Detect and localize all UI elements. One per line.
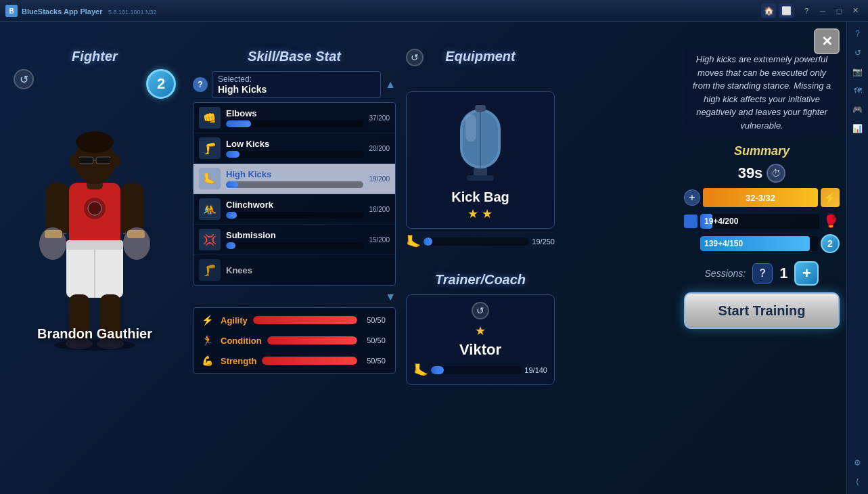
selected-header: ? Selected: High Kicks ▲ [193, 71, 396, 98]
svg-rect-33 [465, 114, 476, 141]
condition-value: 50/50 [363, 336, 390, 344]
sessions-help-button[interactable]: ? [752, 263, 773, 284]
elbows-info: Elbows [226, 108, 363, 127]
lowkicks-value: 20/200 [369, 145, 390, 152]
sidebar-tool-refresh[interactable]: ↺ [850, 45, 866, 61]
fighter-character [20, 98, 169, 355]
fighter-name: Brandon Gauthier [7, 326, 183, 342]
knees-name: Knees [226, 265, 390, 275]
agility-icon: ⚡ [199, 312, 215, 328]
trainer-progress-icon: 🦶 [413, 363, 428, 378]
skill-section: Skill/Base Stat ? Selected: High Kicks ▲… [193, 49, 396, 374]
trainer-refresh-button[interactable]: ↺ [472, 302, 489, 319]
svg-rect-6 [78, 157, 93, 164]
fighter-refresh-button[interactable]: ↺ [14, 69, 34, 89]
skill-help-button[interactable]: ? [193, 77, 208, 92]
sidebar-tool-screenshot[interactable]: 📷 [850, 64, 866, 80]
app-version: 5.8.101.1001 N32 [108, 9, 157, 16]
submission-icon: 💢 [199, 229, 221, 250]
sidebar-tool-collapse[interactable]: ⟨ [850, 474, 866, 490]
clinchwork-name: Clinchwork [226, 200, 363, 210]
equipment-section: Equipment ↺ [406, 49, 555, 249]
trainer-item[interactable]: ↺ ★ Viktor 🦶 19/140 [406, 294, 555, 385]
minimize-button[interactable]: ─ [815, 3, 830, 18]
energy-add-button[interactable]: + [684, 189, 700, 206]
trainer-bar-fill [431, 366, 444, 374]
skill-item-highkicks[interactable]: 🦶 High Kicks 19/200 [193, 164, 395, 194]
fighter-title: Fighter [7, 49, 183, 64]
submission-bar-container [226, 242, 363, 249]
equipment-item[interactable]: Kick Bag ★ ★ [406, 91, 555, 229]
fighter-section: Fighter ↺ 2 [7, 49, 183, 355]
elbows-bar [226, 120, 251, 127]
sessions-add-button[interactable]: + [794, 261, 819, 286]
lowkicks-name: Low Kicks [226, 139, 363, 149]
agility-bar-container [253, 316, 357, 324]
skill-scroll-up[interactable]: ▲ [385, 78, 396, 91]
svg-point-11 [110, 154, 120, 168]
skill-progress-bar: 19+4/200 [700, 214, 819, 229]
strength-bar [262, 357, 357, 365]
skill-item-submission[interactable]: 💢 Submission 15/200 [193, 225, 395, 255]
sessions-row: Sessions: ? 1 + [684, 261, 840, 286]
elbows-name: Elbows [226, 108, 363, 118]
maximize-button[interactable]: □ [831, 3, 846, 18]
sidebar-tool-stats[interactable]: 📊 [850, 120, 866, 137]
bluestacks-icon: B [5, 5, 18, 17]
trainer-value: 19/140 [524, 366, 547, 374]
app-logo: B BlueStacks App Player 5.8.101.1001 N32 [5, 5, 156, 17]
knees-icon: 🦵 [199, 259, 221, 281]
start-training-button[interactable]: Start Training [684, 292, 840, 329]
lowkicks-bar [226, 151, 239, 158]
right-sidebar: ? ↺ 📷 🗺 🎮 📊 ⚙ ⟨ [846, 22, 868, 494]
game-content: ✕ Fighter ↺ 2 [0, 22, 846, 494]
lowkicks-info: Low Kicks [226, 139, 363, 158]
energy-row: + 32-3/32 ⚡ [684, 188, 840, 207]
kickbag-visual [413, 99, 547, 187]
submission-name: Submission [226, 230, 363, 240]
skill-item-clinchwork[interactable]: 🤼 Clinchwork 16/200 [193, 194, 395, 225]
energy-bar-text: 32-3/32 [746, 193, 775, 203]
lowkicks-bar-container [226, 151, 363, 158]
equipment-refresh-button[interactable]: ↺ [406, 49, 424, 66]
agility-bar [253, 316, 357, 324]
trainer-bar [431, 366, 522, 374]
highkicks-info: High Kicks [226, 169, 363, 188]
sidebar-tool-help[interactable]: ? [850, 26, 866, 42]
equipment-stars: ★ ★ [413, 206, 547, 221]
sidebar-tool-map[interactable]: 🗺 [850, 83, 866, 99]
agility-label: Agility [221, 315, 248, 325]
skill-item-lowkicks[interactable]: 🦵 Low Kicks 20/200 [193, 133, 395, 164]
equipment-progress-icon: 🦶 [406, 234, 421, 249]
skill-item-elbows[interactable]: 👊 Elbows 37/200 [193, 103, 395, 133]
help-button[interactable]: ? [799, 3, 814, 18]
home-nav-btn[interactable]: 🏠 [761, 3, 776, 18]
skill-progress-fighter-icon: 🥊 [822, 212, 840, 230]
condition-icon: 🏃 [199, 332, 215, 349]
sidebar-tool-settings[interactable]: ⚙ [850, 455, 866, 471]
sidebar-tool-gamepad[interactable]: 🎮 [850, 102, 866, 118]
elbows-icon: 👊 [199, 107, 221, 129]
strength-icon: 💪 [199, 353, 215, 369]
summary-time-value: 39s [738, 164, 763, 182]
timer-icon: ⏱ [767, 164, 785, 183]
strength-value: 50/50 [363, 357, 390, 365]
game-close-button[interactable]: ✕ [814, 28, 840, 54]
info-section: High kicks are extremely powerful moves … [684, 49, 840, 329]
sessions-label: Sessions: [705, 268, 746, 279]
equipment-name: Kick Bag [413, 189, 547, 205]
skill-scroll-down[interactable]: ▼ [385, 291, 396, 302]
condition-label: Condition [221, 336, 262, 346]
highkicks-name: High Kicks [226, 169, 363, 179]
skill-item-knees[interactable]: 🦵 Knees [193, 255, 395, 285]
window-nav-btn[interactable]: ⬜ [779, 3, 794, 18]
trainer-title: Trainer/Coach [406, 272, 555, 288]
lowkicks-icon: 🦵 [199, 137, 221, 159]
svg-point-13 [88, 202, 101, 215]
skill-progress-text: 19+4/200 [700, 217, 742, 226]
stamina-level-badge: 2 [821, 234, 840, 253]
skill-progress-indicator [684, 215, 698, 228]
knees-info: Knees [226, 265, 390, 275]
close-window-button[interactable]: ✕ [848, 3, 863, 18]
svg-point-9 [76, 131, 114, 153]
